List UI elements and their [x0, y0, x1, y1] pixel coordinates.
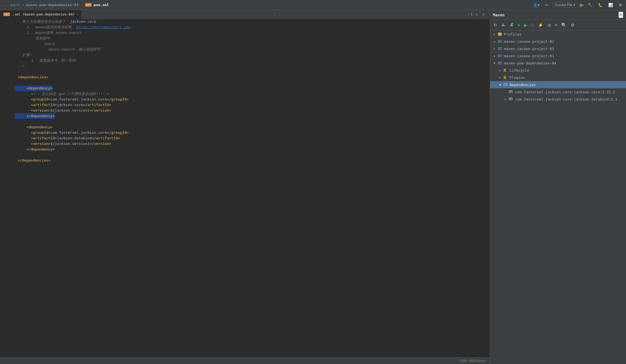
- svg-rect-30: [504, 78, 505, 79]
- maven-tree-item-jackson-core[interactable]: com.fasterxml.jackson.core:jackson-core:…: [490, 88, 626, 96]
- profiles-label: Profiles: [504, 32, 522, 36]
- svg-rect-24: [504, 69, 506, 70]
- editor-tab-active[interactable]: xml .xml (maven-pom-dependenies-04) ✕: [0, 10, 82, 19]
- mvn-link[interactable]: https://mvnrepository.com: [76, 25, 130, 29]
- maven-panel-header: Maven ✕: [490, 10, 626, 20]
- maven-tree-item-project01[interactable]: ▶ maven-javase-project-01: [490, 52, 626, 59]
- code-line: 安装插件: [0, 36, 490, 41]
- svg-rect-40: [510, 98, 511, 100]
- run-config-dropdown[interactable]: Current File ▾: [552, 2, 578, 8]
- maven-download-docs-btn[interactable]: [508, 22, 515, 29]
- breadcrumb-part[interactable]: ...-part: [2, 3, 20, 7]
- svg-rect-17: [499, 56, 501, 56]
- run-button[interactable]: ▶: [580, 2, 584, 8]
- breadcrumb-sep-2: ›: [81, 3, 83, 7]
- svg-rect-9: [499, 41, 501, 41]
- code-line: <groupId>com.fasterxml.jackson.core</gro…: [0, 97, 490, 102]
- code-line: [0, 152, 490, 158]
- tab-bar: xml .xml (maven-pom-dependenies-04) ✕ ⋮ …: [0, 10, 490, 19]
- maven-tree[interactable]: ▶ Profiles ▶: [490, 31, 626, 364]
- svg-rect-1: [510, 26, 513, 26]
- status-bar: CSDN @XXXJasper: [0, 357, 490, 364]
- code-line: <!-- 定位信息 gav 三个属性是必须的!!!-->: [0, 91, 490, 97]
- main-layout: xml .xml (maven-pom-dependenies-04) ✕ ⋮ …: [0, 10, 626, 364]
- maven-skip-tests-btn[interactable]: ⊘: [546, 22, 552, 28]
- maven-stop-btn[interactable]: □: [530, 22, 535, 28]
- maven-tree-item-profiles[interactable]: ▶ Profiles: [490, 31, 626, 38]
- tab-close-btn[interactable]: ✕: [76, 13, 78, 16]
- code-line: maven-search 输入信息即可: [0, 47, 490, 52]
- maven-tree-item-dependencies[interactable]: ▼ Dependencies: [490, 81, 626, 88]
- maven-tree-item-project02[interactable]: ▶ maven-javaee-project-02: [490, 38, 626, 45]
- editor-area: xml .xml (maven-pom-dependenies-04) ✕ ⋮ …: [0, 10, 490, 364]
- plugins-arrow-icon: ▶: [498, 75, 502, 80]
- svg-rect-41: [512, 98, 513, 100]
- svg-rect-42: [509, 97, 512, 98]
- project03-arrow-icon: ▶: [492, 46, 497, 51]
- code-line: [0, 119, 490, 124]
- back-btn[interactable]: ↩: [543, 2, 550, 8]
- maven-profiles-btn[interactable]: ≡: [554, 22, 558, 28]
- svg-rect-31: [503, 84, 505, 86]
- maven-tree-item-plugins[interactable]: ▶ Plugins: [490, 74, 626, 81]
- profiles-icon: [497, 32, 502, 37]
- maven-add-btn[interactable]: +: [517, 22, 521, 28]
- maven-settings-btn[interactable]: ⚙: [570, 22, 576, 28]
- svg-rect-25: [504, 70, 506, 71]
- code-line: </dependency>: [0, 147, 490, 152]
- code-line-highlighted: <dependency>: [0, 86, 490, 91]
- project01-arrow-icon: ▶: [492, 54, 497, 58]
- settings-btn[interactable]: ⚙: [617, 2, 624, 8]
- jackson-databind-arrow-icon: ▶: [503, 97, 508, 101]
- svg-rect-5: [498, 34, 501, 34]
- download-icon: [501, 22, 505, 27]
- dependencies-icon: [503, 82, 508, 87]
- project01-label: maven-javase-project-01: [504, 54, 554, 58]
- code-line: [0, 69, 490, 74]
- svg-rect-26: [504, 71, 505, 71]
- maven-tree-item-project04[interactable]: ▼ maven-pom-dependenies-04: [490, 59, 626, 67]
- breadcrumb-sep-1: ›: [22, 3, 24, 7]
- maven-refresh-btn[interactable]: ↻: [492, 22, 498, 28]
- maven-tree-item-lifecycle[interactable]: ▶ Lifecycle: [490, 67, 626, 74]
- code-line: 第三方依赖信息怎么知道？ jackson-core: [0, 19, 490, 24]
- find-prev-btn[interactable]: ∧: [474, 12, 480, 17]
- svg-rect-13: [499, 48, 501, 49]
- svg-rect-6: [498, 35, 500, 35]
- download-docs-icon: [509, 22, 514, 27]
- lifecycle-icon: [503, 68, 508, 73]
- maven-tree-item-jackson-databind[interactable]: ▶ com.fasterxml.jackson.core:jackson-dat…: [490, 96, 626, 103]
- breadcrumb-project[interactable]: maven-pom-dependenies-04: [26, 3, 78, 7]
- debug-btn[interactable]: 🐛: [596, 2, 604, 8]
- svg-rect-28: [504, 76, 506, 77]
- code-line: 扩展:: [0, 52, 490, 58]
- dropdown-arrow-icon: ▾: [573, 3, 575, 7]
- svg-rect-18: [499, 56, 500, 56]
- svg-rect-10: [499, 42, 500, 42]
- find-checkmark-icon: ✓: [468, 12, 470, 16]
- lifecycle-label: Lifecycle: [510, 68, 529, 72]
- project01-icon: [497, 53, 502, 58]
- build-btn[interactable]: 🔨: [586, 2, 594, 8]
- tab-more-btn[interactable]: ⋮: [270, 12, 279, 17]
- coverage-btn[interactable]: 📊: [607, 2, 615, 8]
- lifecycle-arrow-icon: ▶: [498, 68, 502, 72]
- top-bar-right: 👤▾ ↩ Current File ▾ ▶ 🔨 🐛 📊 ⚙: [531, 2, 624, 8]
- maven-run-btn[interactable]: ▶: [523, 22, 528, 28]
- maven-panel: Maven ✕ ↻ + ▶ □ ⚡ ⊘: [490, 10, 626, 364]
- find-next-btn[interactable]: ∨: [481, 12, 487, 17]
- top-bar: ...-part › maven-pom-dependenies-04 › xm…: [0, 0, 626, 10]
- svg-rect-16: [498, 55, 501, 57]
- maven-search-btn[interactable]: 🔍: [560, 22, 568, 28]
- profiles-arrow-icon: ▶: [492, 32, 497, 36]
- maven-tree-item-project03[interactable]: ▶ maven-javaee-project-03: [490, 45, 626, 52]
- maven-toggle-offline-btn[interactable]: ⚡: [537, 22, 545, 28]
- maven-panel-close-btn[interactable]: ✕: [618, 12, 623, 18]
- svg-rect-33: [506, 84, 508, 86]
- plugins-label: Plugins: [510, 76, 525, 80]
- svg-rect-20: [498, 62, 501, 64]
- profile-btn[interactable]: 👤▾: [531, 2, 541, 8]
- editor-content[interactable]: 第三方依赖信息怎么知道？ jackson-core 1. maven提供的查询官…: [0, 19, 490, 357]
- svg-rect-14: [499, 49, 500, 49]
- maven-download-sources-btn[interactable]: [500, 22, 507, 29]
